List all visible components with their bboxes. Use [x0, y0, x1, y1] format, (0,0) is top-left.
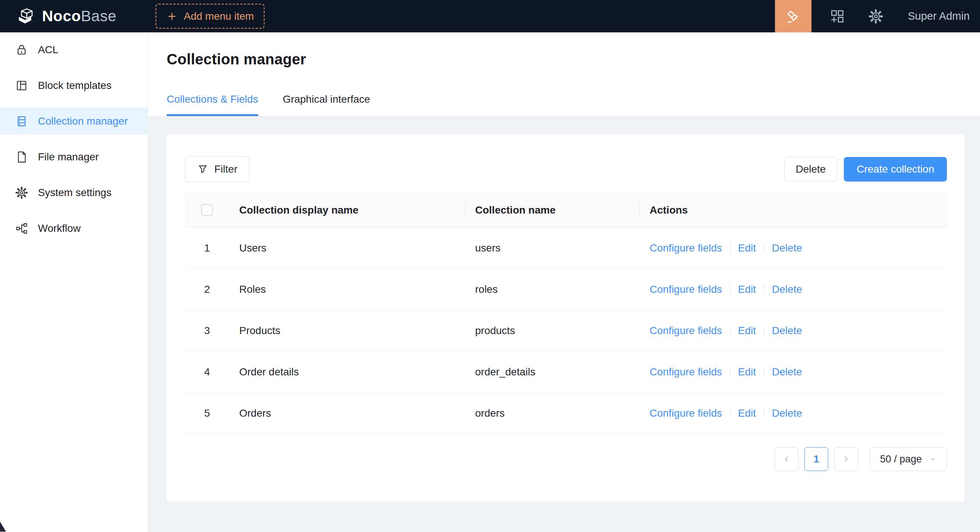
column-header-display-name: Collection display name — [229, 204, 465, 216]
cell-actions: Configure fieldsEditDelete — [640, 283, 947, 295]
sidebar-item-system-settings[interactable]: System settings — [0, 179, 148, 206]
sidebar-item-label: File manager — [38, 151, 99, 163]
configure-fields-link[interactable]: Configure fields — [650, 242, 722, 254]
page-number-label: 1 — [813, 453, 819, 465]
plugins-button[interactable] — [818, 0, 856, 32]
sidebar-item-label: Collection manager — [38, 115, 127, 127]
action-link-separator — [764, 243, 764, 253]
appstore-add-icon — [830, 9, 845, 24]
column-header-actions: Actions — [640, 204, 947, 216]
cell-actions: Configure fieldsEditDelete — [640, 242, 947, 254]
pagination: 1 50 / page — [775, 447, 947, 471]
delete-link[interactable]: Delete — [772, 325, 802, 337]
mouse-cursor — [0, 522, 7, 532]
add-menu-item-button[interactable]: Add menu item — [156, 4, 264, 29]
cell-actions: Configure fieldsEditDelete — [640, 366, 947, 378]
edit-link[interactable]: Edit — [738, 366, 756, 378]
table-header-row: Collection display name Collection name … — [185, 193, 947, 228]
delete-button-label: Delete — [796, 163, 826, 175]
delete-link[interactable]: Delete — [772, 283, 802, 295]
configure-fields-link[interactable]: Configure fields — [650, 325, 722, 337]
highlighter-icon — [786, 9, 801, 24]
cell-collection-display-name: Products — [229, 325, 465, 337]
action-link-separator — [764, 408, 764, 418]
action-link-separator — [764, 326, 764, 335]
plus-icon — [166, 11, 177, 22]
page-size-select[interactable]: 50 / page — [870, 447, 947, 471]
row-index: 3 — [185, 325, 229, 337]
cell-collection-name: products — [465, 325, 640, 337]
current-user-menu[interactable]: Super Admin — [908, 0, 970, 32]
workflow-icon — [15, 222, 28, 235]
delete-link[interactable]: Delete — [772, 366, 802, 378]
next-page-button[interactable] — [834, 447, 858, 471]
edit-link[interactable]: Edit — [738, 283, 756, 295]
sidebar-item-label: ACL — [38, 44, 58, 56]
edit-link[interactable]: Edit — [738, 325, 756, 337]
page-number-button[interactable]: 1 — [804, 447, 828, 471]
configure-fields-link[interactable]: Configure fields — [650, 407, 722, 419]
logo-text-bold: Noco — [42, 8, 81, 25]
sidebar-item-collection-manager[interactable]: Collection manager — [0, 108, 148, 135]
delete-link[interactable]: Delete — [772, 407, 802, 419]
row-index: 4 — [185, 366, 229, 378]
table-row: 4 Order details order_details Configure … — [185, 352, 947, 393]
sidebar-item-block-templates[interactable]: Block templates — [0, 72, 148, 99]
cell-collection-name: order_details — [465, 366, 640, 378]
sidebar-item-workflow[interactable]: Workflow — [0, 214, 148, 242]
column-header-name: Collection name — [465, 204, 640, 216]
configure-fields-link[interactable]: Configure fields — [650, 366, 722, 378]
ui-editor-button[interactable] — [775, 0, 811, 32]
cell-collection-display-name: Orders — [229, 407, 465, 419]
nocobase-logo-text: NocoBase — [42, 8, 116, 25]
layout-icon — [15, 79, 28, 92]
action-link-separator — [730, 326, 730, 335]
table-row: 5 Orders orders Configure fieldsEditDele… — [185, 393, 947, 434]
cell-collection-name: orders — [465, 407, 640, 419]
row-index: 5 — [185, 407, 229, 419]
lock-icon — [15, 43, 28, 56]
edit-link[interactable]: Edit — [738, 407, 756, 419]
cell-actions: Configure fieldsEditDelete — [640, 407, 947, 419]
collections-card: Filter Delete Create collection Collecti… — [167, 134, 964, 502]
column-separator — [640, 202, 640, 218]
sidebar-item-file-manager[interactable]: File manager — [0, 143, 148, 170]
tab-graphical-interface[interactable]: Graphical interface — [283, 94, 370, 116]
current-user-label: Super Admin — [908, 10, 970, 22]
select-all-checkbox[interactable] — [201, 204, 213, 216]
sidebar-item-label: Workflow — [38, 222, 81, 234]
file-icon — [15, 151, 28, 163]
sidebar-item-label: Block templates — [38, 79, 111, 92]
chevron-right-icon — [841, 454, 851, 464]
create-collection-button[interactable]: Create collection — [844, 157, 947, 181]
gear-icon — [15, 186, 28, 199]
tab-collections-and-fields[interactable]: Collections & Fields — [167, 94, 258, 116]
page-header: Collection manager Collections & Fields … — [148, 32, 980, 116]
delete-button[interactable]: Delete — [784, 157, 837, 181]
delete-link[interactable]: Delete — [772, 242, 802, 254]
create-collection-label: Create collection — [856, 163, 934, 175]
top-navbar: NocoBase Add menu item Super Admin — [0, 0, 980, 32]
logo-text-light: Base — [81, 8, 116, 25]
table-toolbar: Filter Delete Create collection — [185, 156, 947, 183]
cell-collection-display-name: Order details — [229, 366, 465, 378]
cell-collection-name: users — [465, 242, 640, 254]
sidebar-nav: ACL Block templates Collection manager F… — [0, 32, 148, 532]
edit-link[interactable]: Edit — [738, 242, 756, 254]
table-body: 1 Users users Configure fieldsEditDelete… — [185, 228, 947, 434]
nocobase-logo[interactable]: NocoBase — [17, 0, 116, 32]
add-menu-item-label: Add menu item — [184, 10, 254, 22]
chevron-down-icon — [929, 455, 937, 463]
sidebar-item-acl[interactable]: ACL — [0, 36, 148, 63]
chevron-left-icon — [782, 454, 791, 464]
configure-fields-link[interactable]: Configure fields — [650, 283, 722, 295]
previous-page-button[interactable] — [775, 447, 799, 471]
cell-collection-display-name: Roles — [229, 283, 465, 295]
table-row: 2 Roles roles Configure fieldsEditDelete — [185, 269, 947, 310]
action-link-separator — [730, 284, 730, 294]
settings-button[interactable] — [856, 0, 895, 32]
action-link-separator — [764, 367, 764, 377]
filter-button[interactable]: Filter — [185, 156, 250, 182]
action-link-separator — [730, 243, 730, 253]
action-link-separator — [730, 408, 730, 418]
